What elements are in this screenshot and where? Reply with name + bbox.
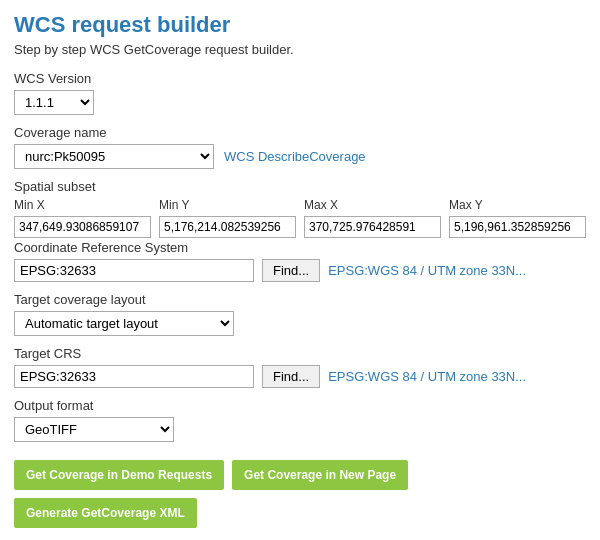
describe-coverage-link[interactable]: WCS DescribeCoverage bbox=[224, 149, 366, 164]
crs-epsg-link[interactable]: EPSG:WGS 84 / UTM zone 33N... bbox=[328, 263, 526, 278]
max-y-input[interactable] bbox=[449, 216, 586, 238]
crs-input[interactable] bbox=[14, 259, 254, 282]
min-x-label: Min X bbox=[14, 198, 151, 212]
page-subtitle: Step by step WCS GetCoverage request bui… bbox=[14, 42, 586, 57]
output-format-label: Output format bbox=[14, 398, 586, 413]
output-format-select[interactable]: GeoTIFF bbox=[14, 417, 174, 442]
crs-find-button[interactable]: Find... bbox=[262, 259, 320, 282]
coverage-name-select[interactable]: nurc:Pk50095 bbox=[14, 144, 214, 169]
wcs-version-select[interactable]: 1.1.1 bbox=[14, 90, 94, 115]
target-crs-find-button[interactable]: Find... bbox=[262, 365, 320, 388]
min-y-input[interactable] bbox=[159, 216, 296, 238]
max-x-label: Max X bbox=[304, 198, 441, 212]
target-layout-select[interactable]: Automatic target layout bbox=[14, 311, 234, 336]
get-coverage-new-page-button[interactable]: Get Coverage in New Page bbox=[232, 460, 408, 490]
target-crs-input[interactable] bbox=[14, 365, 254, 388]
target-layout-label: Target coverage layout bbox=[14, 292, 586, 307]
max-y-label: Max Y bbox=[449, 198, 586, 212]
min-y-label: Min Y bbox=[159, 198, 296, 212]
max-x-input[interactable] bbox=[304, 216, 441, 238]
generate-getcoverage-xml-button[interactable]: Generate GetCoverage XML bbox=[14, 498, 197, 528]
spatial-subset-label: Spatial subset bbox=[14, 179, 586, 194]
wcs-version-label: WCS Version bbox=[14, 71, 586, 86]
min-x-input[interactable] bbox=[14, 216, 151, 238]
target-crs-epsg-link[interactable]: EPSG:WGS 84 / UTM zone 33N... bbox=[328, 369, 526, 384]
target-crs-label: Target CRS bbox=[14, 346, 586, 361]
page-title: WCS request builder bbox=[14, 12, 586, 38]
coverage-name-label: Coverage name bbox=[14, 125, 586, 140]
crs-label: Coordinate Reference System bbox=[14, 240, 586, 255]
get-coverage-demo-button[interactable]: Get Coverage in Demo Requests bbox=[14, 460, 224, 490]
